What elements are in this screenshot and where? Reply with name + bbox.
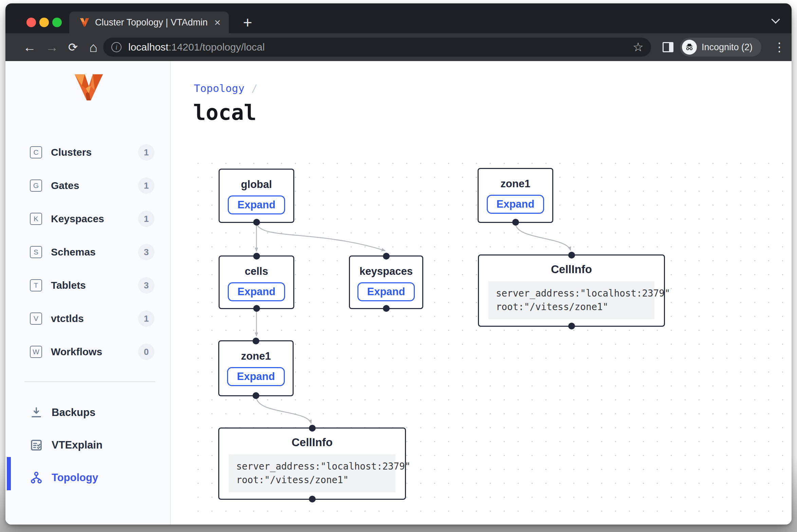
browser-tab[interactable]: Cluster Topology | VTAdmin × [69, 12, 229, 33]
url-bar[interactable]: i localhost:14201/topology/local ☆ [103, 38, 651, 57]
sidebar-item-clusters[interactable]: C Clusters 1 [5, 136, 170, 169]
tab-close-icon[interactable]: × [214, 17, 221, 28]
tab-strip: Cluster Topology | VTAdmin × + [5, 3, 792, 33]
node-cells: cells Expand [219, 255, 294, 309]
download-icon [29, 405, 43, 420]
count-badge: 3 [138, 244, 154, 260]
sidebar-link-label: VTExplain [52, 439, 103, 451]
sidebar-item-gates[interactable]: G Gates 1 [5, 169, 170, 202]
connection-handle [253, 305, 260, 312]
node-title: zone1 [501, 178, 531, 190]
sidebar-item-vtctlds[interactable]: V vtctlds 1 [5, 302, 170, 335]
forward-button[interactable]: → [44, 33, 60, 61]
count-badge: 1 [138, 310, 154, 327]
clusters-icon: C [30, 146, 42, 158]
main-panel: Topology/ local [171, 61, 792, 525]
sidebar-link-topology[interactable]: Topology [5, 461, 170, 494]
vitess-favicon [79, 17, 90, 27]
vitess-logo [73, 71, 105, 103]
node-zone1-right: zone1 Expand [478, 168, 553, 223]
connection-handle [253, 219, 260, 226]
connection-handle [383, 253, 390, 260]
schemas-icon: S [30, 246, 42, 258]
sidebar-item-label: vtctlds [51, 313, 84, 324]
zoom-window-button[interactable] [52, 18, 62, 27]
sidebar-item-label: Tablets [51, 280, 86, 291]
cellinfo-code: server_address:"localhost:2379" root:"/v… [229, 454, 395, 492]
expand-button-global[interactable]: Expand [228, 195, 285, 214]
chevron-down-icon[interactable] [771, 15, 780, 23]
node-title: global [241, 178, 272, 191]
bookmark-star-icon[interactable]: ☆ [633, 40, 644, 54]
document-check-icon [29, 438, 43, 452]
close-window-button[interactable] [26, 18, 36, 27]
incognito-icon [682, 40, 697, 55]
count-badge: 0 [138, 344, 154, 360]
minimize-window-button[interactable] [39, 18, 49, 27]
sidebar-item-tablets[interactable]: T Tablets 3 [5, 269, 170, 302]
sidebar-item-schemas[interactable]: S Schemas 3 [5, 235, 170, 269]
keyspaces-icon: K [30, 213, 42, 225]
workflows-icon: W [30, 346, 42, 358]
topology-graph-icon [29, 471, 43, 485]
new-tab-button[interactable]: + [243, 12, 252, 33]
tab-title: Cluster Topology | VTAdmin [95, 17, 208, 28]
reload-button[interactable]: ⟳ [65, 33, 81, 61]
node-zone1-left: zone1 Expand [218, 340, 294, 396]
connection-handle [309, 425, 316, 432]
side-panel-icon[interactable] [663, 42, 673, 52]
count-badge: 1 [138, 144, 154, 160]
sidebar-item-keyspaces[interactable]: K Keyspaces 1 [5, 202, 170, 235]
connection-handle [253, 338, 259, 344]
count-badge: 3 [138, 277, 154, 293]
topology-diagram: global Expand zone1 Expand cells Expand [171, 61, 792, 525]
home-button[interactable]: ⌂ [86, 33, 101, 61]
expand-button-cells[interactable]: Expand [228, 282, 285, 301]
count-badge: 1 [138, 177, 154, 194]
node-title: cells [245, 265, 268, 278]
count-badge: 1 [138, 211, 154, 227]
incognito-badge[interactable]: Incognito (2) [680, 38, 761, 57]
active-indicator [7, 457, 11, 490]
site-info-icon[interactable]: i [111, 42, 122, 52]
expand-button-keyspaces[interactable]: Expand [357, 282, 415, 301]
sidebar-item-label: Keyspaces [51, 213, 104, 225]
expand-button-zone1-right[interactable]: Expand [487, 195, 544, 214]
url-text: localhost:14201/topology/local [128, 41, 265, 53]
node-title: CellInfo [292, 436, 333, 449]
browser-window: Cluster Topology | VTAdmin × + ← → ⟳ ⌂ i… [5, 3, 792, 525]
gates-icon: G [30, 179, 42, 192]
cellinfo-code: server_address:"localhost:2379" root:"/v… [488, 281, 654, 319]
node-title: CellInfo [551, 263, 592, 276]
sidebar: C Clusters 1 G Gates 1 K Keyspaces 1 S S… [5, 61, 171, 525]
node-keyspaces: keyspaces Expand [349, 255, 423, 309]
connection-handle [568, 323, 575, 329]
node-title: keyspaces [359, 265, 413, 278]
sidebar-item-label: Schemas [51, 246, 96, 258]
back-button[interactable]: ← [22, 33, 37, 61]
browser-menu-icon[interactable]: ⋮ [773, 33, 785, 61]
connection-handle [253, 253, 260, 260]
expand-button-zone1-left[interactable]: Expand [227, 367, 285, 386]
node-cellinfo-bottom: CellInfo server_address:"localhost:2379"… [218, 428, 406, 500]
connection-handle [512, 219, 519, 226]
node-cellinfo-right: CellInfo server_address:"localhost:2379"… [478, 254, 665, 327]
connection-handle [253, 392, 259, 399]
sidebar-item-label: Gates [51, 180, 79, 191]
sidebar-item-label: Workflows [51, 346, 102, 358]
sidebar-link-label: Topology [52, 472, 98, 484]
sidebar-link-backups[interactable]: Backups [5, 396, 170, 429]
sidebar-item-label: Clusters [51, 147, 92, 158]
sidebar-link-label: Backups [52, 406, 95, 419]
sidebar-divider [24, 381, 155, 382]
sidebar-link-vtexplain[interactable]: VTExplain [5, 429, 170, 461]
connection-handle [383, 305, 390, 312]
page-content: C Clusters 1 G Gates 1 K Keyspaces 1 S S… [5, 61, 792, 525]
node-global: global Expand [219, 169, 294, 223]
vtctlds-icon: V [30, 312, 42, 325]
connection-handle [568, 252, 575, 259]
connection-handle [309, 496, 316, 502]
browser-toolbar: ← → ⟳ ⌂ i localhost:14201/topology/local… [5, 33, 792, 61]
sidebar-item-workflows[interactable]: W Workflows 0 [5, 335, 170, 368]
node-title: zone1 [241, 350, 271, 362]
